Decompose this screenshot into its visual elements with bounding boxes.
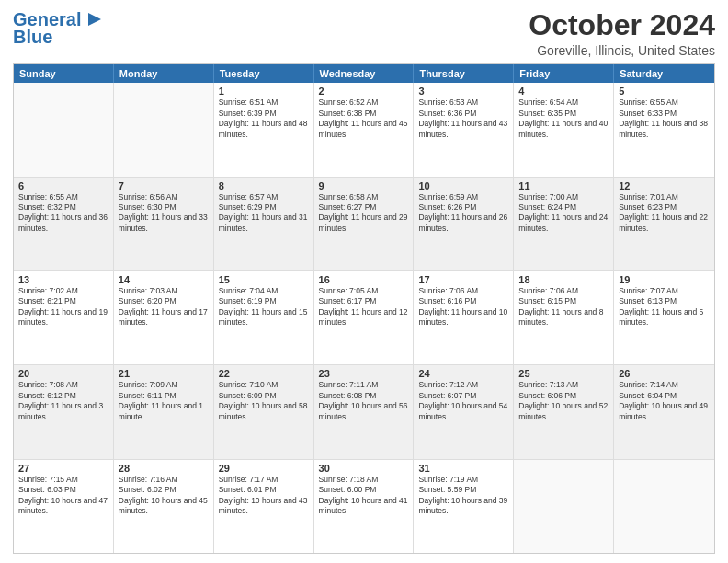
calendar-cell: 24Sunrise: 7:12 AM Sunset: 6:07 PM Dayli… <box>414 365 514 458</box>
day-number: 6 <box>18 180 108 191</box>
day-info: Sunrise: 7:10 AM Sunset: 6:09 PM Dayligh… <box>219 380 309 422</box>
day-number: 30 <box>319 463 409 474</box>
day-info: Sunrise: 7:14 AM Sunset: 6:04 PM Dayligh… <box>619 380 710 422</box>
calendar-header-cell-wednesday: Wednesday <box>314 64 415 83</box>
day-info: Sunrise: 7:12 AM Sunset: 6:07 PM Dayligh… <box>418 380 508 422</box>
calendar-cell: 26Sunrise: 7:14 AM Sunset: 6:04 PM Dayli… <box>614 365 714 458</box>
day-info: Sunrise: 7:18 AM Sunset: 6:00 PM Dayligh… <box>319 475 409 517</box>
day-number: 31 <box>418 463 508 474</box>
day-info: Sunrise: 7:16 AM Sunset: 6:02 PM Dayligh… <box>119 475 209 517</box>
calendar-cell: 7Sunrise: 6:56 AM Sunset: 6:30 PM Daylig… <box>114 178 214 270</box>
calendar-header-cell-saturday: Saturday <box>614 64 714 83</box>
calendar-cell: 4Sunrise: 6:54 AM Sunset: 6:35 PM Daylig… <box>514 83 614 176</box>
calendar-cell: 18Sunrise: 7:06 AM Sunset: 6:15 PM Dayli… <box>514 271 614 364</box>
day-number: 14 <box>119 274 209 285</box>
calendar-week-1: 1Sunrise: 6:51 AM Sunset: 6:39 PM Daylig… <box>14 83 714 177</box>
logo-blue-text: Blue <box>13 27 52 48</box>
calendar-cell: 28Sunrise: 7:16 AM Sunset: 6:02 PM Dayli… <box>114 460 214 553</box>
calendar-cell: 27Sunrise: 7:15 AM Sunset: 6:03 PM Dayli… <box>14 460 114 553</box>
calendar-header-row: SundayMondayTuesdayWednesdayThursdayFrid… <box>14 64 714 83</box>
calendar-header-cell-monday: Monday <box>114 64 214 83</box>
day-info: Sunrise: 6:57 AM Sunset: 6:29 PM Dayligh… <box>219 192 309 235</box>
calendar-cell <box>114 83 214 176</box>
day-number: 1 <box>219 86 309 97</box>
calendar-cell: 10Sunrise: 6:59 AM Sunset: 6:26 PM Dayli… <box>414 178 514 270</box>
calendar-header-cell-tuesday: Tuesday <box>214 64 314 83</box>
day-info: Sunrise: 6:58 AM Sunset: 6:27 PM Dayligh… <box>319 192 409 235</box>
day-number: 11 <box>518 180 609 191</box>
day-info: Sunrise: 7:01 AM Sunset: 6:23 PM Dayligh… <box>619 192 710 235</box>
day-info: Sunrise: 6:56 AM Sunset: 6:30 PM Dayligh… <box>119 192 209 235</box>
day-number: 16 <box>319 274 409 285</box>
calendar-cell: 19Sunrise: 7:07 AM Sunset: 6:13 PM Dayli… <box>614 271 714 364</box>
main-title: October 2024 <box>529 9 715 41</box>
day-number: 23 <box>319 368 409 379</box>
calendar-cell: 20Sunrise: 7:08 AM Sunset: 6:12 PM Dayli… <box>14 365 114 458</box>
calendar-cell: 16Sunrise: 7:05 AM Sunset: 6:17 PM Dayli… <box>314 271 415 364</box>
day-info: Sunrise: 6:55 AM Sunset: 6:33 PM Dayligh… <box>619 98 710 140</box>
page: General Blue October 2024 Goreville, Ill… <box>0 0 728 563</box>
day-info: Sunrise: 7:13 AM Sunset: 6:06 PM Dayligh… <box>518 380 609 422</box>
day-info: Sunrise: 6:53 AM Sunset: 6:36 PM Dayligh… <box>418 98 508 140</box>
calendar-cell: 22Sunrise: 7:10 AM Sunset: 6:09 PM Dayli… <box>214 365 314 458</box>
calendar-cell: 15Sunrise: 7:04 AM Sunset: 6:19 PM Dayli… <box>214 271 314 364</box>
calendar: SundayMondayTuesdayWednesdayThursdayFrid… <box>13 63 715 554</box>
calendar-header-cell-friday: Friday <box>514 64 614 83</box>
day-number: 5 <box>619 86 710 97</box>
calendar-cell: 6Sunrise: 6:55 AM Sunset: 6:32 PM Daylig… <box>14 178 114 270</box>
calendar-cell: 30Sunrise: 7:18 AM Sunset: 6:00 PM Dayli… <box>314 460 415 553</box>
calendar-header-cell-thursday: Thursday <box>414 64 514 83</box>
calendar-cell <box>14 83 114 176</box>
day-info: Sunrise: 7:07 AM Sunset: 6:13 PM Dayligh… <box>619 286 710 328</box>
svg-marker-0 <box>88 13 101 26</box>
day-info: Sunrise: 7:17 AM Sunset: 6:01 PM Dayligh… <box>219 475 309 517</box>
day-info: Sunrise: 7:15 AM Sunset: 6:03 PM Dayligh… <box>18 475 108 517</box>
day-info: Sunrise: 7:11 AM Sunset: 6:08 PM Dayligh… <box>319 380 409 422</box>
day-number: 3 <box>418 86 508 97</box>
day-number: 19 <box>619 274 710 285</box>
day-number: 9 <box>319 180 409 191</box>
day-number: 13 <box>18 274 108 285</box>
day-info: Sunrise: 7:03 AM Sunset: 6:20 PM Dayligh… <box>119 286 209 328</box>
calendar-cell: 5Sunrise: 6:55 AM Sunset: 6:33 PM Daylig… <box>614 83 714 176</box>
day-info: Sunrise: 7:05 AM Sunset: 6:17 PM Dayligh… <box>319 286 409 328</box>
subtitle: Goreville, Illinois, United States <box>529 43 715 58</box>
day-info: Sunrise: 7:00 AM Sunset: 6:24 PM Dayligh… <box>518 192 609 235</box>
calendar-cell: 23Sunrise: 7:11 AM Sunset: 6:08 PM Dayli… <box>314 365 415 458</box>
day-info: Sunrise: 7:06 AM Sunset: 6:15 PM Dayligh… <box>518 286 609 328</box>
day-number: 26 <box>619 368 710 379</box>
day-info: Sunrise: 6:54 AM Sunset: 6:35 PM Dayligh… <box>518 98 609 140</box>
day-number: 28 <box>119 463 209 474</box>
calendar-week-4: 20Sunrise: 7:08 AM Sunset: 6:12 PM Dayli… <box>14 365 714 459</box>
calendar-week-2: 6Sunrise: 6:55 AM Sunset: 6:32 PM Daylig… <box>14 178 714 271</box>
calendar-cell: 9Sunrise: 6:58 AM Sunset: 6:27 PM Daylig… <box>314 178 415 270</box>
logo-arrow-icon <box>85 9 105 29</box>
day-info: Sunrise: 7:09 AM Sunset: 6:11 PM Dayligh… <box>119 380 209 422</box>
calendar-week-5: 27Sunrise: 7:15 AM Sunset: 6:03 PM Dayli… <box>14 460 714 553</box>
day-number: 12 <box>619 180 710 191</box>
calendar-cell: 17Sunrise: 7:06 AM Sunset: 6:16 PM Dayli… <box>414 271 514 364</box>
calendar-cell: 31Sunrise: 7:19 AM Sunset: 5:59 PM Dayli… <box>414 460 514 553</box>
calendar-cell: 11Sunrise: 7:00 AM Sunset: 6:24 PM Dayli… <box>514 178 614 270</box>
day-number: 18 <box>518 274 609 285</box>
day-number: 4 <box>518 86 609 97</box>
day-number: 17 <box>418 274 508 285</box>
day-info: Sunrise: 6:52 AM Sunset: 6:38 PM Dayligh… <box>319 98 409 140</box>
day-number: 27 <box>18 463 108 474</box>
calendar-cell <box>614 460 714 553</box>
day-number: 22 <box>219 368 309 379</box>
calendar-cell: 1Sunrise: 6:51 AM Sunset: 6:39 PM Daylig… <box>214 83 314 176</box>
calendar-week-3: 13Sunrise: 7:02 AM Sunset: 6:21 PM Dayli… <box>14 271 714 365</box>
day-number: 8 <box>219 180 309 191</box>
calendar-header-cell-sunday: Sunday <box>14 64 114 83</box>
logo: General Blue <box>13 9 105 48</box>
title-block: October 2024 Goreville, Illinois, United… <box>529 9 715 58</box>
day-info: Sunrise: 6:59 AM Sunset: 6:26 PM Dayligh… <box>418 192 508 235</box>
day-number: 25 <box>518 368 609 379</box>
day-number: 10 <box>418 180 508 191</box>
calendar-cell: 14Sunrise: 7:03 AM Sunset: 6:20 PM Dayli… <box>114 271 214 364</box>
calendar-cell: 12Sunrise: 7:01 AM Sunset: 6:23 PM Dayli… <box>614 178 714 270</box>
day-info: Sunrise: 6:51 AM Sunset: 6:39 PM Dayligh… <box>219 98 309 140</box>
calendar-cell: 3Sunrise: 6:53 AM Sunset: 6:36 PM Daylig… <box>414 83 514 176</box>
day-info: Sunrise: 7:08 AM Sunset: 6:12 PM Dayligh… <box>18 380 108 422</box>
